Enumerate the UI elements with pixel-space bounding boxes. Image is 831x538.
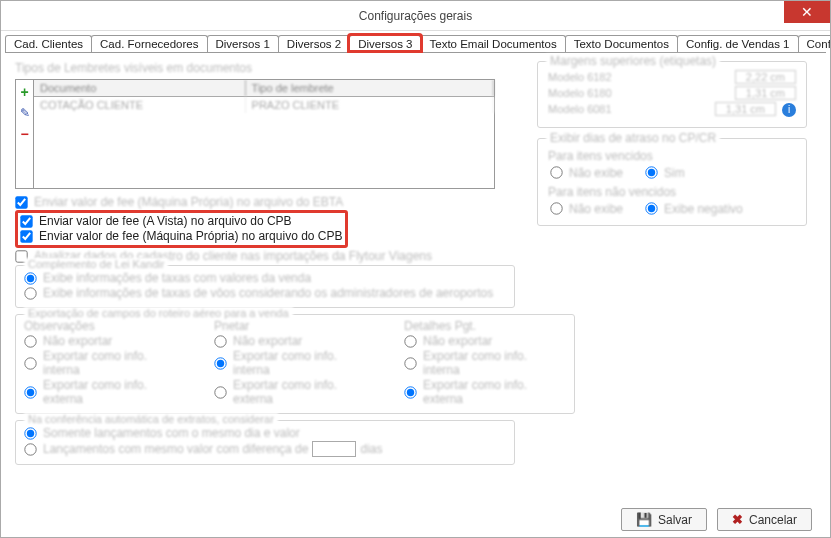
window-close-button[interactable]: ✕	[784, 1, 830, 23]
lk-opt2-radio[interactable]	[24, 287, 36, 299]
fee-ebta-checkbox[interactable]	[15, 196, 27, 208]
lembretes-table: + ✎ − Documento Tipo de lembrete COTAÇÃO…	[15, 79, 495, 189]
margem-value-2[interactable]: 1,31 cm	[715, 102, 776, 116]
export-group: Exportação de campos do roteiro aéreo pa…	[15, 314, 575, 414]
export-col-observacoes: Observações Não exportar Exportar como i…	[24, 319, 186, 407]
conf-opt1-radio[interactable]	[24, 427, 36, 439]
atraso-sub1: Para itens vencidos	[548, 149, 796, 163]
conf-opt2-radio[interactable]	[24, 443, 36, 455]
export-col-pnetar-header: Pnetar	[214, 319, 376, 333]
margem-value-1[interactable]: 1,31 cm	[735, 86, 796, 100]
fee-maquina-cpb-line[interactable]: Enviar valor de fee (Máquina Própria) no…	[20, 229, 343, 243]
edit-row-icon[interactable]: ✎	[20, 106, 30, 120]
export-col-pnetar: Pnetar Não exportar Exportar como info. …	[214, 319, 376, 407]
close-icon: ✕	[801, 5, 813, 19]
fee-avista-cpb-checkbox[interactable]	[20, 215, 32, 227]
fee-maquina-cpb-checkbox[interactable]	[20, 230, 32, 242]
export-col-detalhes-pgt: Detalhes Pgt. Não exportar Exportar como…	[404, 319, 566, 407]
atraso-sub2: Para itens não vencidos	[548, 185, 796, 199]
ec2-opt2-radio[interactable]	[404, 386, 416, 398]
highlighted-fee-options: Enviar valor de fee (A Vista) no arquivo…	[15, 210, 348, 248]
ec1-opt0-radio[interactable]	[214, 335, 226, 347]
export-col-detalhes-header: Detalhes Pgt.	[404, 319, 566, 333]
margem-value-0[interactable]: 2,22 cm	[735, 70, 796, 84]
tab-config-vendas-2[interactable]: Config. de Vendas 2	[798, 35, 831, 52]
ec2-opt0-radio[interactable]	[404, 335, 416, 347]
cancel-button[interactable]: ✖ Cancelar	[717, 508, 812, 531]
add-row-icon[interactable]: +	[20, 84, 28, 100]
col-tipo-lembrete-header: Tipo de lembrete	[246, 80, 494, 96]
at1-opt1-radio[interactable]	[645, 166, 657, 178]
ec0-opt2-radio[interactable]	[24, 386, 36, 398]
ec0-opt0-radio[interactable]	[24, 335, 36, 347]
tab-diversos-2[interactable]: Diversos 2	[278, 35, 350, 52]
margem-label-1: Modelo 6180	[548, 87, 612, 99]
conf-opt1-label: Somente lançamentos com o mesmo dia e va…	[43, 426, 300, 440]
ec1-opt2-radio[interactable]	[214, 386, 226, 398]
info-icon[interactable]: i	[782, 103, 796, 117]
fee-maquina-cpb-label: Enviar valor de fee (Máquina Própria) no…	[39, 229, 343, 243]
tab-diversos-1[interactable]: Diversos 1	[207, 35, 279, 52]
margens-group: Margens superiores (etiquetas) Modelo 61…	[537, 61, 807, 128]
margem-label-2: Modelo 6081	[548, 103, 612, 115]
margem-label-0: Modelo 6182	[548, 71, 612, 83]
delete-row-icon[interactable]: −	[20, 126, 28, 142]
col-documento-header: Documento	[34, 80, 246, 96]
lk-opt2-label: Exibe informações de taxas de vôos consi…	[43, 286, 493, 300]
lei-kandir-title: Complemento de Lei Kandir	[24, 258, 168, 270]
conf-days-input[interactable]	[312, 441, 356, 457]
at2-opt0-radio[interactable]	[550, 202, 562, 214]
conf-opt2-label-pre: Lançamentos com mesmo valor com diferenç…	[43, 442, 308, 456]
tab-strip: Cad. Clientes Cad. Fornecedores Diversos…	[1, 31, 830, 52]
at2-opt1-radio[interactable]	[645, 202, 657, 214]
export-title: Exportação de campos do roteiro aéreo pa…	[24, 307, 293, 319]
footer-buttons: 💾 Salvar ✖ Cancelar	[621, 508, 812, 531]
tab-texto-email-documentos[interactable]: Texto Email Documentos	[420, 35, 565, 52]
tab-cad-clientes[interactable]: Cad. Clientes	[5, 35, 92, 52]
cancel-label: Cancelar	[749, 513, 797, 527]
conferencia-group: Na conferência automática de extratos, c…	[15, 420, 515, 465]
export-col-observacoes-header: Observações	[24, 319, 186, 333]
tab-cad-fornecedores[interactable]: Cad. Fornecedores	[91, 35, 207, 52]
fee-avista-cpb-label: Enviar valor de fee (A Vista) no arquivo…	[39, 214, 292, 228]
lk-opt1-radio[interactable]	[24, 272, 36, 284]
atraso-group: Exibir dias de atraso no CP/CR Para iten…	[537, 138, 807, 226]
ec2-opt1-radio[interactable]	[404, 357, 416, 369]
ec1-opt1-radio[interactable]	[214, 357, 226, 369]
atraso-title: Exibir dias de atraso no CP/CR	[546, 131, 720, 145]
lk-opt1-label: Exibe informações de taxas com valores d…	[43, 271, 311, 285]
tab-texto-documentos[interactable]: Texto Documentos	[565, 35, 678, 52]
window-title: Configurações gerais	[359, 9, 472, 23]
tab-diversos-3[interactable]: Diversos 3	[349, 35, 421, 52]
at1-opt0-radio[interactable]	[550, 166, 562, 178]
save-icon: 💾	[636, 512, 652, 527]
conferencia-title: Na conferência automática de extratos, c…	[24, 413, 278, 425]
margens-title: Margens superiores (etiquetas)	[546, 54, 720, 68]
tab-config-vendas-1[interactable]: Config. de Vendas 1	[677, 35, 799, 52]
save-button[interactable]: 💾 Salvar	[621, 508, 707, 531]
lei-kandir-group: Complemento de Lei Kandir Exibe informaç…	[15, 265, 515, 308]
ec0-opt1-radio[interactable]	[24, 357, 36, 369]
title-bar: Configurações gerais ✕	[1, 1, 830, 31]
table-row[interactable]: COTAÇÃO CLIENTE PRAZO CLIENTE	[34, 97, 494, 113]
fee-avista-cpb-line[interactable]: Enviar valor de fee (A Vista) no arquivo…	[20, 214, 343, 228]
cell-documento: COTAÇÃO CLIENTE	[34, 97, 246, 113]
conf-opt2-label-post: dias	[360, 442, 382, 456]
cell-tipo-lembrete: PRAZO CLIENTE	[246, 97, 494, 113]
cancel-icon: ✖	[732, 512, 743, 527]
fee-ebta-label: Enviar valor de fee (Máquina Própria) no…	[34, 195, 343, 209]
save-label: Salvar	[658, 513, 692, 527]
